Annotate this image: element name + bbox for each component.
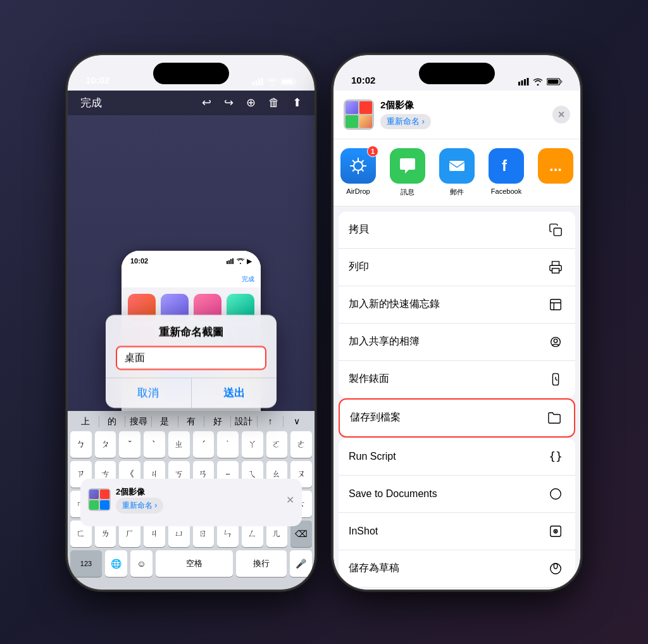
ss-app-facebook[interactable]: f Facebook <box>482 148 531 197</box>
save-documents-icon <box>546 484 565 503</box>
ss-app-messages[interactable]: 訊息 <box>383 148 432 197</box>
kb-key-e[interactable]: ㄜ <box>290 431 312 458</box>
more-app-icon: ... <box>538 148 573 184</box>
facebook-icon: f <box>489 148 524 184</box>
kb-key-tone5[interactable]: ˙ <box>217 431 239 458</box>
svg-rect-20 <box>552 268 559 272</box>
kb-num-key[interactable]: 123 <box>70 550 102 577</box>
redo-icon[interactable]: ↪ <box>224 96 234 110</box>
ss-action-copy[interactable]: 拷貝 <box>339 212 575 249</box>
suggest-7[interactable]: 設計 <box>231 416 258 427</box>
facebook-label: Facebook <box>491 187 521 195</box>
inner-top-bar: 完成 <box>122 271 261 287</box>
rename-confirm-button[interactable]: 送出 <box>191 378 277 408</box>
share-icon[interactable]: ⬆ <box>292 96 302 110</box>
svg-rect-19 <box>554 228 561 236</box>
kb-key-tone3[interactable]: ˇ <box>119 431 140 458</box>
right-dynamic-island <box>419 63 495 84</box>
ss-action-watch-face[interactable]: 製作錶面 <box>339 361 575 398</box>
ss-action-inshot[interactable]: InShot <box>339 513 575 550</box>
wifi-icon <box>267 78 277 85</box>
location-icon[interactable]: ⊕ <box>246 96 256 110</box>
right-battery-icon <box>547 78 563 85</box>
suggest-3[interactable]: 搜尋 <box>125 416 152 427</box>
share-mini-texts: 2個影像 重新命名 › <box>116 486 163 514</box>
kb-bottom-row: 123 🌐 ☺ 空格 換行 🎤 <box>70 550 312 577</box>
ss-thumb-cell-2 <box>359 101 372 114</box>
kb-key-tone4[interactable]: ˋ <box>144 431 165 458</box>
left-dynamic-island <box>153 63 229 84</box>
watch-face-icon <box>546 370 565 389</box>
left-status-icons <box>252 78 297 85</box>
ss-app-airdrop[interactable]: 1 AirDrop <box>333 148 383 197</box>
svg-rect-10 <box>518 82 520 85</box>
delete-icon[interactable]: 🗑 <box>268 96 280 110</box>
suggest-2[interactable]: 的 <box>99 416 126 427</box>
save-documents-label: Save to Documents <box>349 488 437 500</box>
share-mini-rename[interactable]: 重新命名 › <box>116 498 163 514</box>
kb-emoji-key[interactable]: ☺ <box>130 550 153 577</box>
shared-album-label: 加入共享的相簿 <box>349 335 420 348</box>
ss-app-mail[interactable]: 郵件 <box>432 148 482 197</box>
ss-action-google-lens[interactable]: Search with Google Lens <box>339 588 575 590</box>
suggest-4[interactable]: 是 <box>152 416 178 427</box>
quick-note-label: 加入新的快速備忘錄 <box>349 298 440 311</box>
share-sheet-full: 2個影像 重新命名 › ✕ 1 <box>333 91 580 590</box>
kb-key-po[interactable]: ㄆ <box>95 431 116 458</box>
ss-apps-row: 1 AirDrop 訊息 <box>333 139 580 206</box>
undo-icon[interactable]: ↩ <box>202 96 211 110</box>
rename-dialog: 重新命名截圖 取消 送出 <box>106 315 277 408</box>
thumb-cell-2 <box>100 489 109 499</box>
run-script-icon: {} <box>546 447 565 466</box>
kb-key-bo[interactable]: ㄅ <box>70 431 92 458</box>
svg-rect-12 <box>524 79 526 85</box>
share-mini-thumb <box>88 488 111 511</box>
ss-action-quick-note[interactable]: 加入新的快速備忘錄 <box>339 286 575 324</box>
kb-key-tone2[interactable]: ˊ <box>193 431 215 458</box>
suggest-1[interactable]: 上 <box>73 416 99 427</box>
messages-label: 訊息 <box>401 187 414 197</box>
svg-point-32 <box>555 531 556 532</box>
print-icon <box>546 258 565 277</box>
right-time: 10:02 <box>351 75 375 85</box>
thumb-cell-4 <box>100 500 109 510</box>
run-script-label: Run Script <box>349 451 396 462</box>
svg-rect-21 <box>551 299 561 310</box>
save-files-icon <box>545 408 564 427</box>
share-mini-info: 2個影像 重新命名 › <box>88 486 163 514</box>
ss-action-save-files[interactable]: 儲存到檔案 <box>340 400 574 436</box>
kb-key-zhi[interactable]: ㄓ <box>168 431 190 458</box>
ss-close-button[interactable]: ✕ <box>552 106 570 123</box>
kb-mic-key[interactable]: 🎤 <box>290 550 312 577</box>
airdrop-badge: 1 <box>367 146 378 157</box>
kb-globe-key[interactable]: 🌐 <box>105 550 127 577</box>
ss-actions-group-1: 拷貝 列印 加入新的快速備忘錄 <box>339 212 575 398</box>
rename-cancel-button[interactable]: 取消 <box>106 378 191 408</box>
rename-input[interactable] <box>116 346 266 370</box>
ss-app-more[interactable]: ... <box>531 148 580 197</box>
kb-enter-key[interactable]: 換行 <box>236 550 287 577</box>
ss-action-save-documents[interactable]: Save to Documents <box>339 476 575 513</box>
watch-face-label: 製作錶面 <box>349 372 389 386</box>
kb-key-a[interactable]: ㄚ <box>242 431 263 458</box>
ss-actions-highlighted: 儲存到檔案 <box>339 398 575 438</box>
left-phone: 10:02 完成 ↩ ↪ ⊕ 🗑 ⬆ <box>68 55 315 590</box>
kb-space-key[interactable]: 空格 <box>156 550 233 577</box>
messages-svg <box>397 156 418 176</box>
done-button[interactable]: 完成 <box>80 96 102 110</box>
ss-rename-button[interactable]: 重新命名 › <box>380 114 431 129</box>
editor-toolbar: 完成 ↩ ↪ ⊕ 🗑 ⬆ <box>68 91 315 115</box>
suggest-9[interactable]: ∨ <box>284 416 309 427</box>
ss-action-save-draft[interactable]: 儲存為草稿 <box>339 550 575 588</box>
inshot-label: InShot <box>349 526 378 537</box>
suggest-6[interactable]: 好 <box>204 416 231 427</box>
copy-label: 拷貝 <box>349 223 369 236</box>
ss-action-print[interactable]: 列印 <box>339 249 575 286</box>
ss-action-shared-album[interactable]: 加入共享的相簿 <box>339 324 575 361</box>
suggest-8[interactable]: ↑ <box>258 416 284 427</box>
facebook-svg: f <box>496 156 516 176</box>
kb-key-o[interactable]: ㄛ <box>266 431 288 458</box>
ss-action-run-script[interactable]: Run Script {} <box>339 438 575 476</box>
share-mini-close-button[interactable]: ✕ <box>286 494 294 506</box>
suggest-5[interactable]: 有 <box>178 416 205 427</box>
